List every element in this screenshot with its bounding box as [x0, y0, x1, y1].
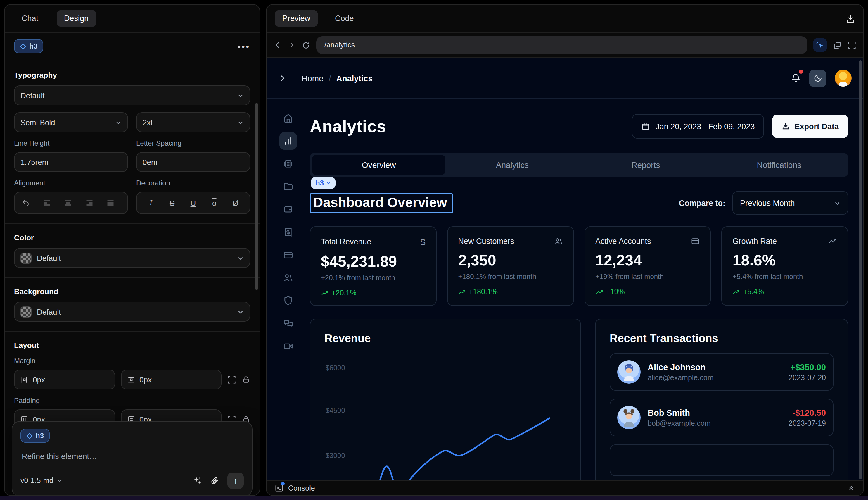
margin-y-icon [127, 376, 135, 383]
sidebar-item-users[interactable] [279, 269, 297, 286]
export-data-button[interactable]: Export Data [772, 115, 848, 138]
date-range-button[interactable]: Jan 20, 2023 - Feb 09, 2023 [632, 114, 764, 139]
select-element-icon[interactable] [813, 38, 827, 52]
background-select[interactable]: Default [14, 302, 250, 322]
font-select[interactable]: Default [14, 86, 250, 105]
fullscreen-icon[interactable] [847, 41, 856, 49]
transaction-row-partial[interactable] [610, 444, 834, 476]
sparkles-icon[interactable] [193, 476, 202, 485]
v0-workspace: Chat Design h3 ••• Typography Default Se… [0, 0, 868, 500]
preview-panel: Preview Code /analytics [266, 4, 864, 496]
sidebar-toggle-icon[interactable] [278, 74, 286, 82]
decoration-group: I S U o Ø [136, 192, 250, 214]
refresh-icon[interactable] [302, 41, 310, 49]
sidebar-item-analytics[interactable] [279, 132, 297, 150]
align-center-icon[interactable] [64, 199, 78, 207]
refine-composer[interactable]: h3 Refine this element… v0-1.5-md ↑ [12, 421, 253, 496]
margin-expand-icon[interactable] [227, 375, 236, 384]
overline-icon[interactable]: o [207, 198, 221, 207]
sidebar-item-files[interactable] [279, 178, 297, 195]
url-bar[interactable]: /analytics [316, 36, 807, 54]
notifications-bell-icon[interactable] [791, 73, 801, 83]
letter-spacing-label: Letter Spacing [136, 139, 250, 147]
stat-trend-value: +5.4% [743, 288, 764, 296]
notification-dot [799, 70, 803, 74]
line-height-input[interactable]: 1.75rem [14, 152, 128, 172]
sidebar-item-invoices[interactable] [279, 155, 297, 172]
breadcrumb-current: Analytics [336, 73, 373, 83]
letter-spacing-input[interactable]: 0em [136, 152, 250, 172]
strikethrough-icon[interactable]: S [165, 198, 179, 207]
stat-title: Active Accounts [595, 237, 651, 246]
trending-up-icon [828, 237, 837, 246]
align-left-icon[interactable] [43, 199, 57, 207]
tab-chat[interactable]: Chat [14, 10, 46, 27]
compare-select[interactable]: Previous Month [732, 191, 848, 215]
sidebar-item-cards[interactable] [279, 246, 297, 264]
underline-icon[interactable]: U [186, 198, 200, 207]
user-avatar[interactable] [835, 70, 852, 87]
back-icon[interactable] [274, 41, 282, 49]
no-decoration-icon[interactable]: Ø [229, 198, 243, 207]
margin-y-value: 0px [139, 375, 152, 384]
tab-preview[interactable]: Preview [275, 10, 318, 27]
console-bar[interactable]: Console [267, 480, 863, 495]
stat-trend-value: +180.1% [469, 288, 498, 296]
preview-scrollbar[interactable] [859, 60, 862, 479]
theme-toggle-button[interactable] [809, 69, 826, 87]
sidebar-item-video[interactable] [279, 338, 297, 355]
undo-icon[interactable] [22, 199, 36, 207]
dollar-icon: $ [420, 237, 426, 247]
margin-x-input[interactable]: 0px [14, 370, 115, 389]
preview-nav-bar: /analytics [267, 33, 863, 58]
margin-x-icon [21, 376, 28, 383]
font-weight-select[interactable]: Semi Bold [14, 112, 128, 132]
stat-title: Growth Rate [733, 237, 777, 246]
sidebar-item-receipts[interactable] [279, 224, 297, 241]
tab-design[interactable]: Design [56, 10, 96, 27]
tab-analytics[interactable]: Analytics [446, 155, 579, 175]
italic-icon[interactable]: I [144, 198, 158, 208]
margin-y-input[interactable]: 0px [121, 370, 221, 389]
chevron-down-icon [237, 92, 244, 99]
sidebar-item-home[interactable] [279, 109, 297, 127]
sidebar-item-wallet[interactable] [279, 201, 297, 218]
composer-element-chip[interactable]: h3 [21, 429, 50, 443]
selected-element-chip[interactable]: h3 [14, 39, 43, 53]
layout-section-title: Layout [14, 341, 250, 350]
tab-notifications[interactable]: Notifications [713, 155, 846, 175]
tab-reports[interactable]: Reports [579, 155, 713, 175]
selected-element-label: h3 [29, 42, 37, 50]
transaction-row[interactable]: Alice Johnson alice@example.com +$350.00… [610, 353, 834, 391]
color-select[interactable]: Default [14, 248, 250, 268]
download-icon[interactable] [846, 14, 855, 23]
tab-code[interactable]: Code [327, 10, 361, 27]
stat-sub: +19% from last month [595, 273, 700, 281]
align-justify-icon[interactable] [106, 199, 120, 207]
chevron-down-icon [237, 308, 244, 315]
breadcrumb-home[interactable]: Home [302, 73, 324, 83]
align-right-icon[interactable] [85, 199, 99, 207]
padding-label: Padding [14, 397, 250, 405]
font-size-select[interactable]: 2xl [136, 112, 250, 132]
avatar [617, 360, 641, 384]
console-expand-icon[interactable] [847, 484, 855, 492]
font-weight-value: Semi Bold [21, 118, 55, 127]
sidebar-item-messages[interactable] [279, 315, 297, 332]
forward-icon[interactable] [288, 41, 296, 49]
send-button[interactable]: ↑ [227, 473, 244, 489]
sidebar-item-security[interactable] [279, 292, 297, 309]
margin-lock-icon[interactable] [242, 375, 250, 384]
composer-input[interactable]: Refine this element… [22, 452, 243, 461]
trending-up-icon [595, 288, 603, 296]
transaction-row[interactable]: Bob Smith bob@example.com -$120.50 2023-… [610, 399, 834, 436]
attach-icon[interactable] [210, 476, 219, 485]
compare-label: Compare to: [679, 198, 725, 207]
copy-icon[interactable] [833, 41, 842, 49]
model-selector[interactable]: v0-1.5-md [21, 477, 63, 485]
left-panel-scrollbar[interactable] [255, 103, 258, 290]
color-value: Default [37, 253, 61, 262]
element-tag-chip[interactable]: h3 [311, 177, 336, 189]
tab-overview[interactable]: Overview [312, 155, 446, 175]
more-options-icon[interactable]: ••• [237, 41, 250, 51]
